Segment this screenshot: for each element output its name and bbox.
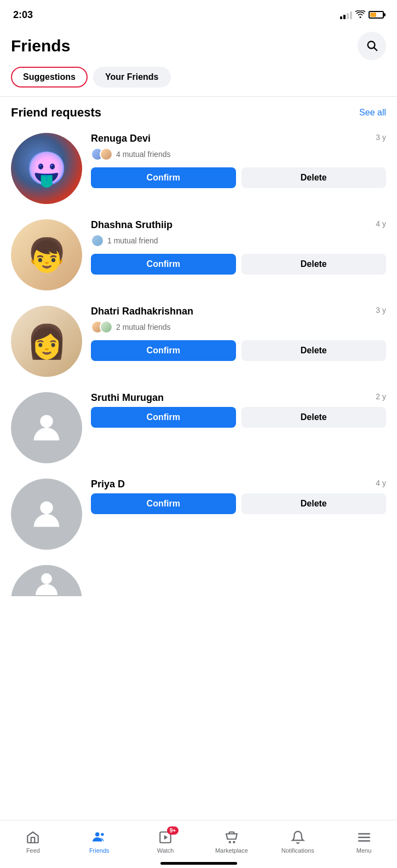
status-bar: 2:03 [0, 0, 397, 27]
svg-point-10 [233, 841, 234, 842]
request-card: Renuga Devi 3 y 4 mutual friends Confirm… [0, 129, 397, 215]
confirm-button[interactable]: Confirm [91, 340, 236, 361]
nav-label-feed: Feed [26, 847, 40, 854]
tab-your-friends[interactable]: Your Friends [93, 67, 171, 88]
delete-button[interactable]: Delete [241, 167, 387, 188]
action-buttons: Confirm Delete [91, 167, 386, 188]
marketplace-icon [224, 830, 239, 845]
watch-icon: 9+ [158, 830, 173, 845]
request-card: Dhatri Radhakrishnan 3 y 2 mutual friend… [0, 301, 397, 388]
partial-avatar [11, 565, 82, 596]
nav-label-friends: Friends [89, 847, 110, 854]
person-icon [27, 495, 66, 533]
confirm-button[interactable]: Confirm [91, 167, 236, 188]
request-name: Sruthi Murugan [91, 392, 164, 404]
action-buttons: Confirm Delete [91, 493, 386, 514]
nav-label-menu: Menu [356, 847, 372, 854]
search-button[interactable] [358, 32, 386, 60]
avatar[interactable] [11, 392, 82, 463]
action-buttons: Confirm Delete [91, 254, 386, 275]
battery-icon [369, 11, 384, 19]
delete-button[interactable]: Delete [241, 493, 387, 514]
mutual-friends: 1 mutual friend [91, 234, 386, 247]
status-time: 2:03 [13, 9, 33, 21]
svg-point-2 [40, 415, 53, 428]
request-info: Sruthi Murugan 2 y Confirm Delete [91, 392, 386, 428]
request-card: Sruthi Murugan 2 y Confirm Delete [0, 388, 397, 474]
avatar[interactable] [11, 219, 82, 290]
request-info: Dhashna Sruthiip 4 y 1 mutual friend Con… [91, 219, 386, 275]
request-time: 3 y [376, 133, 386, 142]
friends-icon [91, 830, 107, 845]
svg-line-1 [374, 48, 377, 50]
svg-point-4 [41, 573, 52, 584]
mutual-friends: 4 mutual friends [91, 148, 386, 161]
svg-marker-8 [164, 835, 168, 840]
request-time: 2 y [376, 392, 386, 401]
delete-button[interactable]: Delete [241, 340, 387, 361]
request-info: Dhatri Radhakrishnan 3 y 2 mutual friend… [91, 306, 386, 361]
mutual-count: 2 mutual friends [116, 323, 171, 331]
request-name: Dhatri Radhakrishnan [91, 306, 193, 317]
wifi-icon [355, 10, 365, 20]
action-buttons: Confirm Delete [91, 340, 386, 361]
bottom-nav: Feed Friends 9+ Watch [0, 820, 397, 868]
mutual-avatar [100, 148, 113, 161]
divider [0, 96, 397, 97]
avatar[interactable] [11, 133, 82, 204]
action-buttons: Confirm Delete [91, 407, 386, 428]
request-name: Priya D [91, 479, 125, 490]
request-time: 3 y [376, 306, 386, 314]
person-icon [27, 409, 66, 447]
mutual-avatar [100, 321, 113, 334]
nav-item-watch[interactable]: 9+ Watch [133, 824, 199, 854]
avatar[interactable] [11, 306, 82, 377]
request-name: Dhashna Sruthiip [91, 219, 172, 231]
nav-label-watch: Watch [157, 847, 174, 854]
signal-icon [340, 10, 352, 19]
svg-point-5 [95, 832, 100, 836]
see-all-link[interactable]: See all [359, 108, 386, 118]
svg-point-6 [101, 832, 103, 835]
avatar[interactable] [11, 479, 82, 550]
nav-item-feed[interactable]: Feed [0, 824, 66, 854]
mutual-friends: 2 mutual friends [91, 321, 386, 334]
request-card: Dhashna Sruthiip 4 y 1 mutual friend Con… [0, 215, 397, 301]
request-time: 4 y [376, 479, 386, 487]
nav-item-notifications[interactable]: Notifications [264, 824, 331, 854]
page-title: Friends [11, 37, 70, 55]
confirm-button[interactable]: Confirm [91, 254, 236, 275]
search-icon [366, 39, 378, 53]
svg-point-3 [40, 502, 53, 514]
status-icons [340, 10, 384, 20]
nav-label-marketplace: Marketplace [215, 847, 248, 854]
request-time: 4 y [376, 219, 386, 228]
nav-item-marketplace[interactable]: Marketplace [198, 824, 264, 854]
request-name: Renuga Devi [91, 133, 151, 144]
request-card: Priya D 4 y Confirm Delete [0, 474, 397, 561]
mutual-avatar [91, 234, 104, 247]
menu-icon [356, 830, 372, 845]
confirm-button[interactable]: Confirm [91, 407, 236, 428]
svg-point-9 [229, 841, 231, 842]
tab-suggestions[interactable]: Suggestions [11, 67, 88, 88]
partial-card [0, 561, 397, 596]
delete-button[interactable]: Delete [241, 254, 387, 275]
nav-label-notifications: Notifications [281, 847, 314, 854]
home-icon [25, 830, 41, 845]
section-title: Friend requests [11, 106, 101, 120]
confirm-button[interactable]: Confirm [91, 493, 236, 514]
watch-badge: 9+ [167, 826, 179, 835]
mutual-count: 1 mutual friend [107, 236, 158, 245]
main-content: Friend requests See all Renuga Devi 3 y … [0, 106, 397, 651]
request-info: Priya D 4 y Confirm Delete [91, 479, 386, 514]
nav-item-menu[interactable]: Menu [331, 824, 397, 854]
delete-button[interactable]: Delete [241, 407, 387, 428]
bell-icon [290, 830, 306, 845]
request-info: Renuga Devi 3 y 4 mutual friends Confirm… [91, 133, 386, 188]
nav-item-friends[interactable]: Friends [66, 824, 133, 854]
header: Friends [0, 27, 397, 67]
tabs-container: Suggestions Your Friends [0, 67, 397, 96]
mutual-count: 4 mutual friends [116, 150, 171, 159]
section-header: Friend requests See all [0, 106, 397, 129]
